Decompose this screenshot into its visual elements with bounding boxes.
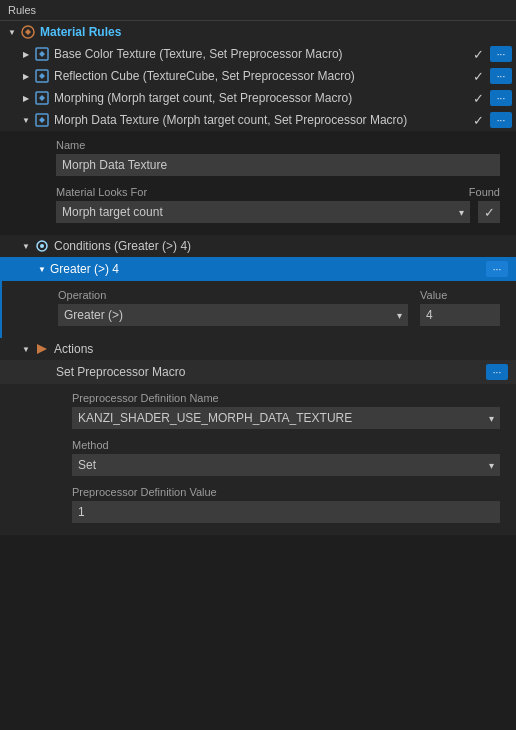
rules-tree: Material Rules Base Color Texture (Textu… [0, 21, 516, 535]
value-label: Value [420, 289, 500, 301]
base-color-icon [34, 46, 50, 62]
set-preprocessor-label: Set Preprocessor Macro [56, 365, 486, 379]
actions-icon [34, 341, 50, 357]
reflection-cube-item[interactable]: Reflection Cube (TextureCube, Set Prepro… [0, 65, 516, 87]
panel-header: Rules [0, 0, 516, 21]
preprocessor-def-name-label: Preprocessor Definition Name [72, 392, 500, 404]
conditions-header[interactable]: Conditions (Greater (>) 4) [0, 235, 516, 257]
conditions-icon [34, 238, 50, 254]
morphing-label: Morphing (Morph target count, Set Prepro… [54, 91, 473, 105]
preprocessor-def-name-dropdown[interactable]: KANZI_SHADER_USE_MORPH_DATA_TEXTURE [72, 407, 500, 429]
reflection-cube-icon [34, 68, 50, 84]
value-col: Value [420, 289, 500, 326]
operation-label: Operation [58, 289, 408, 301]
morph-data-more-btn[interactable]: ··· [490, 112, 512, 128]
svg-point-6 [40, 244, 44, 248]
material-rules-icon [20, 24, 36, 40]
method-dropdown[interactable]: Set [72, 454, 500, 476]
material-looks-for-dropdown[interactable]: Morph target count [56, 201, 470, 223]
name-input[interactable] [56, 154, 500, 176]
morph-data-texture-item[interactable]: Morph Data Texture (Morph target count, … [0, 109, 516, 131]
set-preprocessor-row[interactable]: Set Preprocessor Macro ··· [0, 360, 516, 384]
material-rules-root[interactable]: Material Rules [0, 21, 516, 43]
panel-title: Rules [8, 4, 36, 16]
reflection-cube-more-btn[interactable]: ··· [490, 68, 512, 84]
morph-data-check: ✓ [473, 113, 484, 128]
morphing-icon [34, 90, 50, 106]
actions-label: Actions [54, 342, 510, 356]
material-looks-for-dropdown-wrap: Morph target count ▾ [56, 201, 470, 223]
base-color-label: Base Color Texture (Texture, Set Preproc… [54, 47, 473, 61]
morph-data-label: Morph Data Texture (Morph target count, … [54, 113, 473, 127]
greater-item[interactable]: Greater (>) 4 ··· [0, 257, 516, 281]
conditions-section: Conditions (Greater (>) 4) Greater (>) 4… [0, 235, 516, 338]
operation-dropdown-wrap: Greater (>) ▾ [58, 304, 408, 326]
operation-col: Operation Greater (>) ▾ [58, 289, 408, 326]
actions-section: Actions Set Preprocessor Macro ··· Prepr… [0, 338, 516, 535]
value-input[interactable] [420, 304, 500, 326]
svg-marker-7 [37, 344, 47, 354]
reflection-cube-check: ✓ [473, 69, 484, 84]
morphing-expand-arrow [20, 92, 32, 104]
set-preprocessor-more-btn[interactable]: ··· [486, 364, 508, 380]
base-color-check: ✓ [473, 47, 484, 62]
base-color-more-btn[interactable]: ··· [490, 46, 512, 62]
greater-expand-arrow [36, 263, 48, 275]
base-color-expand-arrow [20, 48, 32, 60]
operation-content: Operation Greater (>) ▾ Value [0, 281, 516, 338]
morph-data-expanded: Name Material Looks For Found Morph targ… [0, 131, 516, 235]
morphing-more-btn[interactable]: ··· [490, 90, 512, 106]
morph-data-icon [34, 112, 50, 128]
morphing-item[interactable]: Morphing (Morph target count, Set Prepro… [0, 87, 516, 109]
conditions-label: Conditions (Greater (>) 4) [54, 239, 510, 253]
method-label: Method [72, 439, 500, 451]
actions-header[interactable]: Actions [0, 338, 516, 360]
actions-expand-arrow [20, 343, 32, 355]
expand-material-rules-arrow [6, 26, 18, 38]
material-looks-for-label: Material Looks For [56, 186, 461, 198]
conditions-expand-arrow [20, 240, 32, 252]
greater-label: Greater (>) 4 [50, 262, 486, 276]
name-field-label: Name [56, 139, 500, 151]
greater-more-btn[interactable]: ··· [486, 261, 508, 277]
operation-dropdown[interactable]: Greater (>) [58, 304, 408, 326]
morph-data-expand-arrow [20, 114, 32, 126]
reflection-cube-label: Reflection Cube (TextureCube, Set Prepro… [54, 69, 473, 83]
found-label: Found [469, 186, 500, 198]
material-rules-label: Material Rules [40, 25, 512, 39]
base-color-texture-item[interactable]: Base Color Texture (Texture, Set Preproc… [0, 43, 516, 65]
found-check-indicator: ✓ [478, 201, 500, 223]
actions-content: Preprocessor Definition Name KANZI_SHADE… [0, 384, 516, 535]
method-dropdown-wrap: Set ▾ [72, 454, 500, 476]
morphing-check: ✓ [473, 91, 484, 106]
reflection-cube-expand-arrow [20, 70, 32, 82]
preprocessor-def-value-input[interactable] [72, 501, 500, 523]
preprocessor-def-value-label: Preprocessor Definition Value [72, 486, 500, 498]
preprocessor-def-name-wrap: KANZI_SHADER_USE_MORPH_DATA_TEXTURE ▾ [72, 407, 500, 429]
